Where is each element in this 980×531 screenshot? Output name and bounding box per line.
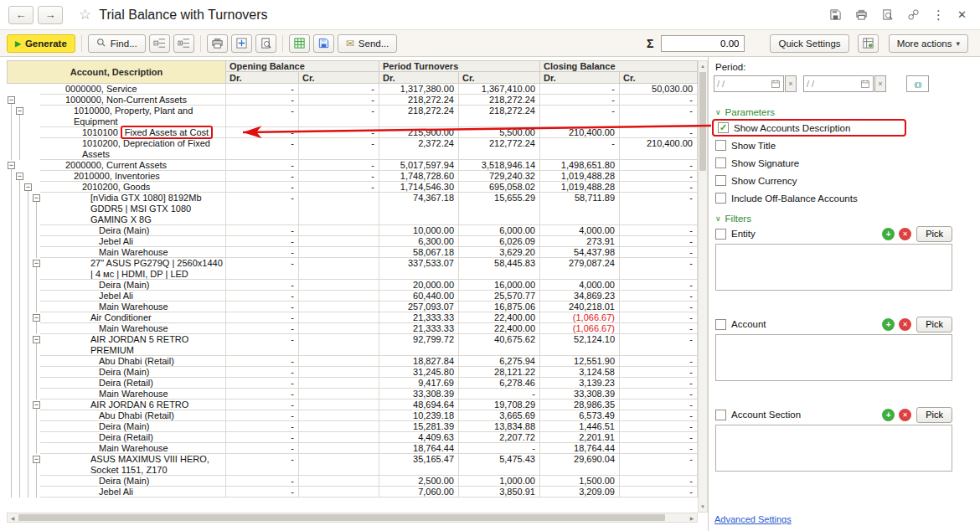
period-dr-cell[interactable]: 15,281.39: [379, 421, 459, 432]
account-cell[interactable]: 2000000, Current Assets: [40, 160, 226, 171]
table-row[interactable]: Main Warehouse - 21,333.33 22,400.00 (1,…: [7, 323, 698, 334]
table-row[interactable]: Deira (Main) - 20,000.00 16,000.00 4,000…: [7, 280, 698, 291]
account-cell[interactable]: Main Warehouse: [40, 443, 226, 454]
kebab-menu-icon[interactable]: ⋮: [932, 8, 945, 23]
opening-dr-cell[interactable]: -: [226, 193, 299, 225]
period-dr-cell[interactable]: 60,440.00: [379, 291, 459, 302]
checkbox[interactable]: [715, 140, 726, 151]
closing-cr-cell[interactable]: -: [620, 356, 698, 367]
period-cr-cell[interactable]: 218,272.24: [459, 95, 540, 106]
period-dr-cell[interactable]: 58,067.18: [379, 247, 459, 258]
period-cr-cell[interactable]: 3,629.20: [459, 247, 540, 258]
opening-dr-cell[interactable]: -: [226, 432, 299, 443]
closing-cr-cell[interactable]: -: [620, 95, 698, 106]
table-row[interactable]: Deira (Retail) - 4,409.63 2,207.72 2,201…: [7, 432, 698, 443]
opening-dr-cell[interactable]: -: [226, 323, 299, 334]
table-row[interactable]: − Air Conditioner - 21,333.33 22,400.00 …: [7, 312, 698, 323]
account-cell[interactable]: Main Warehouse: [40, 323, 226, 334]
period-turnovers-header[interactable]: Period Turnovers: [379, 60, 540, 72]
opening-dr-cell[interactable]: -: [226, 236, 299, 247]
closing-cr-cell[interactable]: -: [620, 400, 698, 410]
period-cr-cell[interactable]: 6,000.00: [459, 225, 540, 236]
page-setup-button[interactable]: [231, 34, 252, 53]
period-dr-cell[interactable]: 18,827.84: [379, 356, 459, 367]
collapse-groups-button[interactable]: [149, 34, 170, 53]
checkbox[interactable]: [715, 175, 726, 186]
period-dr-cell[interactable]: 257,093.07: [379, 302, 459, 312]
closing-cr-cell[interactable]: 50,030.00: [620, 84, 698, 95]
period-cr-cell[interactable]: 3,518,946.14: [459, 160, 540, 171]
collapse-group-icon[interactable]: −: [33, 314, 40, 322]
account-cell[interactable]: AIR JORDAN 5 RETRO PREMIUM: [40, 334, 226, 356]
closing-cr-cell[interactable]: -: [620, 160, 698, 171]
checkbox[interactable]: [715, 157, 726, 168]
advanced-settings-link[interactable]: Advanced Settings: [714, 514, 792, 524]
table-row[interactable]: − AIR JORDAN 6 RETRO - 48,694.64 19,708.…: [7, 400, 698, 410]
collapse-group-icon[interactable]: −: [33, 401, 40, 409]
closing-dr-cell[interactable]: 2,201.91: [540, 432, 620, 443]
opening-cr-cell[interactable]: [299, 487, 379, 497]
account-cell[interactable]: 1010100Fixed Assets at Cost: [40, 127, 226, 138]
collapse-group-icon[interactable]: −: [33, 194, 40, 202]
account-cell[interactable]: Jebel Ali: [40, 291, 226, 302]
closing-cr-cell[interactable]: -: [620, 193, 698, 225]
scroll-down-icon[interactable]: ▼: [699, 502, 707, 512]
closing-dr-header[interactable]: Dr.: [540, 72, 620, 84]
opening-dr-cell[interactable]: -: [226, 258, 299, 280]
closing-dr-cell[interactable]: 29,690.04: [540, 454, 620, 476]
period-dr-cell[interactable]: 33,308.39: [379, 389, 459, 400]
table-row[interactable]: Jebel Ali - 7,060.00 3,850.91 3,209.09 -: [7, 487, 698, 497]
closing-cr-cell[interactable]: -: [620, 487, 698, 497]
closing-balance-header[interactable]: Closing Balance: [540, 60, 698, 72]
account-cell[interactable]: Deira (Main): [40, 421, 226, 432]
closing-cr-header[interactable]: Cr.: [620, 72, 698, 84]
period-dr-cell[interactable]: 92,799.72: [379, 334, 459, 356]
filters-section-header[interactable]: ∨ Filters: [715, 212, 972, 225]
opening-dr-header[interactable]: Dr.: [226, 72, 299, 84]
collapse-group-icon[interactable]: −: [33, 456, 40, 463]
opening-cr-cell[interactable]: [299, 334, 379, 356]
table-row[interactable]: Jebel Ali - 60,440.00 25,570.77 34,869.2…: [7, 291, 698, 302]
table-row[interactable]: − [nVidia GTX 1080] 8192Mb GDDR5 | MSI G…: [7, 193, 698, 225]
closing-dr-cell[interactable]: 273.91: [540, 236, 620, 247]
period-cr-cell[interactable]: 40,675.62: [459, 334, 540, 356]
opening-dr-cell[interactable]: -: [226, 378, 299, 389]
remove-icon[interactable]: ✕: [899, 409, 911, 421]
closing-cr-cell[interactable]: -: [620, 291, 698, 302]
period-cr-cell[interactable]: -: [459, 443, 540, 454]
period-cr-cell[interactable]: 15,655.29: [459, 193, 540, 225]
checkbox[interactable]: [715, 319, 726, 330]
closing-cr-cell[interactable]: -: [620, 258, 698, 280]
closing-dr-cell[interactable]: 28,986.35: [540, 400, 620, 410]
period-cr-cell[interactable]: 1,367,410.00: [459, 84, 540, 95]
table-row[interactable]: − 2010200, Goods - - 1,714,546.30 695,05…: [7, 182, 698, 193]
period-cr-cell[interactable]: 6,275.94: [459, 356, 540, 367]
spreadsheet-button[interactable]: [289, 34, 310, 53]
checkbox[interactable]: [715, 193, 726, 204]
closing-dr-cell[interactable]: -: [540, 138, 620, 160]
period-dr-cell[interactable]: 2,500.00: [379, 476, 459, 487]
account-cell[interactable]: 1000000, Non-Current Assets: [40, 95, 226, 106]
opening-dr-cell[interactable]: -: [226, 356, 299, 367]
opening-cr-cell[interactable]: [299, 476, 379, 487]
closing-dr-cell[interactable]: 4,000.00: [540, 225, 620, 236]
period-dr-cell[interactable]: 20,000.00: [379, 280, 459, 291]
period-cr-header[interactable]: Cr.: [459, 72, 540, 84]
scroll-up-icon[interactable]: ▲: [699, 61, 707, 71]
opening-dr-cell[interactable]: -: [226, 421, 299, 432]
period-dr-cell[interactable]: 6,300.00: [379, 236, 459, 247]
closing-cr-cell[interactable]: -: [620, 410, 698, 421]
period-dr-cell[interactable]: 35,165.47: [379, 454, 459, 476]
closing-dr-cell[interactable]: 18,764.44: [540, 443, 620, 454]
table-row[interactable]: Main Warehouse - 18,764.44 - 18,764.44 -: [7, 443, 698, 454]
table-row[interactable]: Main Warehouse - 58,067.18 3,629.20 54,4…: [7, 247, 698, 258]
account-cell[interactable]: Main Warehouse: [40, 247, 226, 258]
save-file-button[interactable]: [313, 34, 334, 53]
add-icon[interactable]: +: [882, 228, 895, 240]
period-dr-cell[interactable]: 31,245.80: [379, 367, 459, 378]
closing-dr-cell[interactable]: 1,019,488.28: [540, 182, 620, 193]
closing-dr-cell[interactable]: (1,066.67): [540, 323, 620, 334]
opening-dr-cell[interactable]: -: [226, 312, 299, 323]
table-row[interactable]: − 27" ASUS PG279Q | 2560x1440 | 4 мс | H…: [7, 258, 698, 280]
period-cr-cell[interactable]: 5,500.00: [459, 127, 540, 138]
